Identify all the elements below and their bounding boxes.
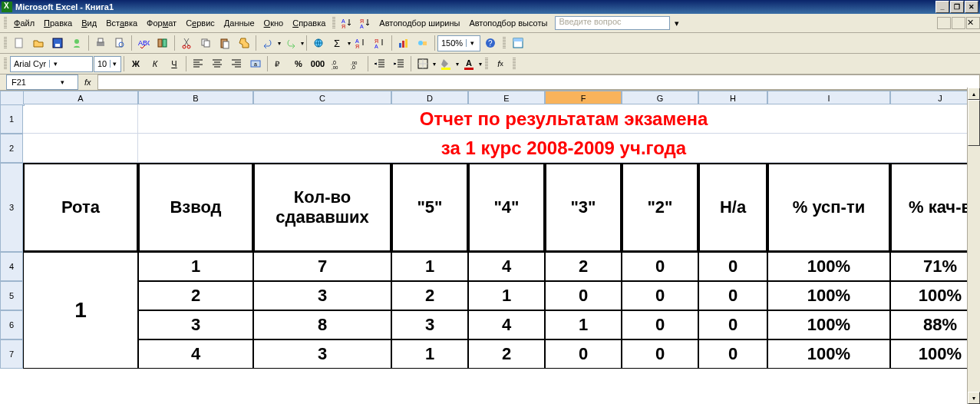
fx-icon[interactable]: fx: [84, 78, 91, 87]
cell-r4-c4[interactable]: 4: [468, 252, 545, 281]
doc-close-button[interactable]: ✕: [966, 17, 980, 29]
spellcheck-icon[interactable]: ABC: [134, 34, 153, 52]
cell-r4-c5[interactable]: 2: [545, 252, 622, 281]
cell-r6-c3[interactable]: 3: [391, 310, 468, 339]
title-row2[interactable]: за 1 курс 2008-2009 уч.года: [138, 134, 980, 163]
worksheet[interactable]: ABCDEFGHIJ 1234567 Отчет по результатам …: [0, 91, 980, 404]
font-color-icon[interactable]: A: [460, 55, 478, 73]
sort-asc-icon[interactable]: АЯ: [338, 14, 356, 32]
cell-r6-c8[interactable]: 100%: [767, 310, 890, 339]
title-row1[interactable]: Отчет по результатам экзамена: [138, 104, 980, 134]
name-box[interactable]: F21▾: [6, 75, 78, 90]
header-8[interactable]: % усп-ти: [767, 163, 890, 252]
doc-restore-button[interactable]: [952, 17, 965, 29]
scroll-thumb[interactable]: [968, 100, 980, 146]
help-icon[interactable]: ?: [481, 34, 500, 52]
underline-icon[interactable]: Ч: [165, 55, 183, 73]
grip-icon[interactable]: [4, 17, 7, 29]
autosum-icon[interactable]: Σ: [328, 34, 347, 52]
decrease-decimal-icon[interactable]: ,00,0: [347, 55, 365, 73]
row-header-4[interactable]: 4: [0, 252, 23, 281]
cell-r7-c5[interactable]: 0: [545, 339, 622, 369]
formula-input[interactable]: [97, 75, 980, 90]
currency-icon[interactable]: ₽: [270, 55, 289, 73]
fill-dropdown[interactable]: ▾: [456, 61, 459, 68]
cell-r5-c3[interactable]: 2: [391, 281, 468, 310]
cell-r7-c4[interactable]: 2: [468, 339, 545, 369]
fontcolor-dropdown[interactable]: ▾: [479, 61, 482, 68]
column-header-D[interactable]: D: [391, 91, 468, 104]
comma-icon[interactable]: 000: [309, 55, 327, 73]
hyperlink-icon[interactable]: [309, 34, 328, 52]
menu-format[interactable]: Формат: [142, 16, 181, 30]
column-header-G[interactable]: G: [622, 91, 698, 104]
cell-r7-c3[interactable]: 1: [391, 339, 468, 369]
column-header-A[interactable]: A: [23, 91, 138, 104]
drawing-icon[interactable]: [414, 34, 432, 52]
menu-window[interactable]: Окно: [259, 16, 289, 30]
row-header-7[interactable]: 7: [0, 339, 23, 369]
fx-toolbar-icon[interactable]: fx: [491, 55, 510, 73]
save-icon[interactable]: [48, 34, 67, 52]
header-7[interactable]: Н/а: [698, 163, 767, 252]
grip-icon[interactable]: [4, 58, 7, 70]
menu-insert[interactable]: Вставка: [101, 16, 142, 30]
menu-service[interactable]: Сервис: [181, 16, 219, 30]
redo-icon[interactable]: [282, 34, 300, 52]
header-1[interactable]: Взвод: [138, 163, 253, 252]
fontsize-combo[interactable]: 10▾: [94, 56, 121, 72]
align-left-icon[interactable]: [189, 55, 207, 73]
menu-autofit-height[interactable]: Автоподбор высоты: [464, 16, 552, 30]
zoom-combo[interactable]: 150%▾: [437, 35, 480, 51]
grip-icon[interactable]: [485, 58, 488, 70]
copy-icon[interactable]: [196, 34, 215, 52]
vertical-scrollbar[interactable]: ▴ ▾: [967, 88, 980, 404]
rota-cell[interactable]: 1: [23, 252, 138, 369]
cell-r6-c2[interactable]: 8: [253, 310, 391, 339]
cut-icon[interactable]: [177, 34, 196, 52]
chart-icon[interactable]: [394, 34, 413, 52]
format-painter-icon[interactable]: [235, 34, 253, 52]
undo-icon[interactable]: [259, 34, 277, 52]
sort-desc-icon[interactable]: ЯА: [356, 14, 375, 32]
cell-A1[interactable]: [23, 104, 138, 134]
cell-r4-c8[interactable]: 100%: [767, 252, 890, 281]
cell-r5-c5[interactable]: 0: [545, 281, 622, 310]
cell-r7-c6[interactable]: 0: [622, 339, 698, 369]
cell-r7-c1[interactable]: 4: [138, 339, 253, 369]
grip-icon[interactable]: [4, 37, 7, 49]
cell-r4-c2[interactable]: 7: [253, 252, 391, 281]
scroll-down-button[interactable]: ▾: [968, 392, 980, 404]
cell-r5-c2[interactable]: 3: [253, 281, 391, 310]
cell-r4-c3[interactable]: 1: [391, 252, 468, 281]
cell-r4-c1[interactable]: 1: [138, 252, 253, 281]
menu-help[interactable]: Справка: [288, 16, 330, 30]
borders-dropdown[interactable]: ▾: [433, 61, 436, 68]
column-header-B[interactable]: B: [138, 91, 253, 104]
cell-r5-c6[interactable]: 0: [622, 281, 698, 310]
italic-icon[interactable]: К: [146, 55, 164, 73]
scroll-up-button[interactable]: ▴: [968, 88, 980, 100]
cell-r6-c4[interactable]: 4: [468, 310, 545, 339]
cell-r6-c5[interactable]: 1: [545, 310, 622, 339]
open-icon[interactable]: [29, 34, 48, 52]
row-header-6[interactable]: 6: [0, 310, 23, 339]
column-header-C[interactable]: C: [253, 91, 391, 104]
sort-asc-icon[interactable]: АЯ: [351, 34, 370, 52]
select-all-corner[interactable]: [0, 91, 25, 106]
cell-r7-c7[interactable]: 0: [698, 339, 767, 369]
cell-r5-c1[interactable]: 2: [138, 281, 253, 310]
menu-data[interactable]: Данные: [219, 16, 259, 30]
undo-dropdown[interactable]: ▾: [278, 40, 281, 47]
minimize-button[interactable]: _: [935, 1, 949, 13]
cell-r4-c7[interactable]: 0: [698, 252, 767, 281]
header-2[interactable]: Кол-во сдававших: [253, 163, 391, 252]
sort-desc-icon[interactable]: ЯА: [371, 34, 389, 52]
menu-view[interactable]: Вид: [77, 16, 101, 30]
bold-icon[interactable]: Ж: [127, 55, 145, 73]
redo-dropdown[interactable]: ▾: [301, 40, 304, 47]
decrease-indent-icon[interactable]: [371, 55, 389, 73]
font-combo[interactable]: Arial Cyr▾: [10, 56, 93, 72]
column-header-F[interactable]: F: [545, 91, 622, 104]
permissions-icon[interactable]: [68, 34, 86, 52]
